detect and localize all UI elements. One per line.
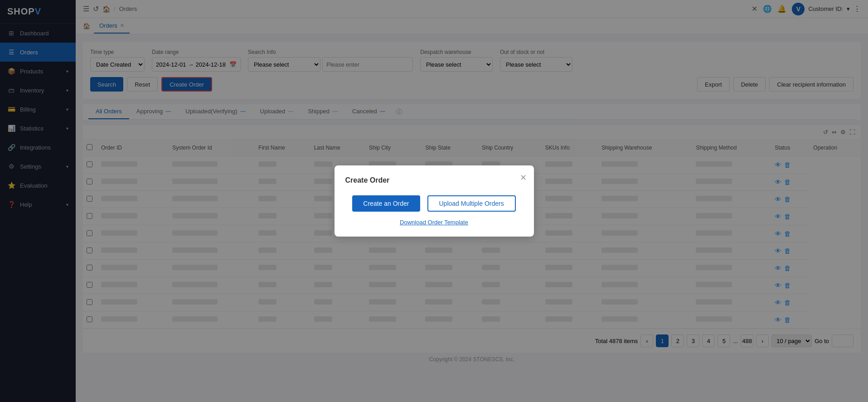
create-order-modal: Create Order ✕ Create an Order Upload Mu…	[335, 165, 534, 237]
modal-title: Create Order	[345, 176, 523, 184]
download-template-link[interactable]: Download Order Template	[400, 219, 468, 226]
modal-overlay[interactable]: Create Order ✕ Create an Order Upload Mu…	[0, 0, 868, 402]
upload-multiple-orders-button[interactable]: Upload Multiple Orders	[427, 195, 516, 212]
modal-close-button[interactable]: ✕	[520, 173, 527, 183]
modal-buttons: Create an Order Upload Multiple Orders	[352, 195, 515, 212]
modal-body: Create an Order Upload Multiple Orders D…	[345, 195, 523, 226]
create-an-order-button[interactable]: Create an Order	[352, 195, 420, 212]
